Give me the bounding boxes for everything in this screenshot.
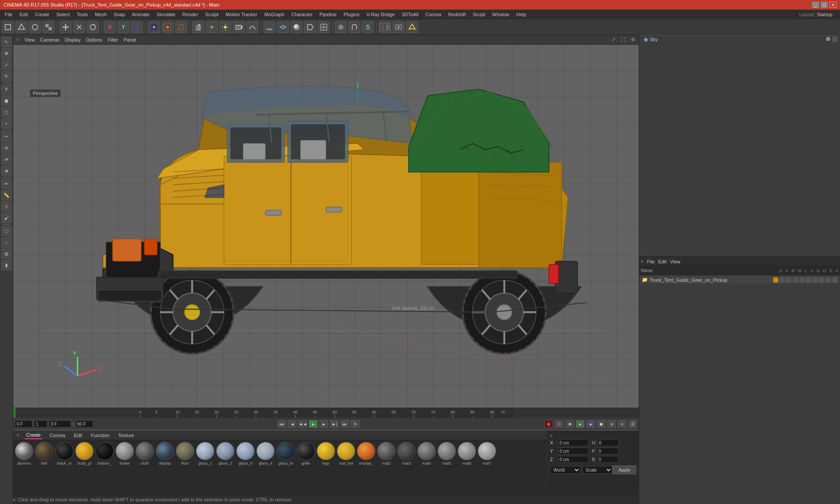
close-button[interactable]: ✕ <box>830 2 836 8</box>
sky-vis[interactable] <box>826 37 830 41</box>
spline-mode-button[interactable] <box>29 21 41 33</box>
left-mirror-btn[interactable]: ⇌ <box>1 154 12 164</box>
menu-motiontracker[interactable]: Motion Tracker <box>222 11 260 18</box>
viewport-expand-icon[interactable]: ⤢ <box>612 37 616 42</box>
viewport-fullscreen-icon[interactable]: ⛶ <box>621 37 626 42</box>
mat-ball-floor[interactable]: floor <box>176 442 194 493</box>
scene-button[interactable] <box>318 21 330 33</box>
apply-button[interactable]: Apply <box>612 466 636 474</box>
mat-ball-mat2[interactable]: mat2 <box>377 442 396 493</box>
left-poly-btn[interactable]: ◼ <box>1 95 12 106</box>
left-scale-btn[interactable]: ⤢ <box>1 60 12 70</box>
key-all-button[interactable]: ❖ <box>565 420 574 428</box>
mat-ball-black[interactable]: black_m <box>55 442 74 493</box>
x-coord-input[interactable]: 0 cm <box>558 439 588 446</box>
menu-simulate[interactable]: Simulate <box>154 11 178 18</box>
menu-select[interactable]: Select <box>53 11 73 18</box>
left-material-btn[interactable]: ○ <box>1 237 12 248</box>
object-mode-button[interactable] <box>42 21 55 33</box>
goto-start-button[interactable]: ⏮ <box>277 420 286 428</box>
b-coord-input[interactable] <box>597 456 619 463</box>
console-button[interactable] <box>392 21 405 33</box>
menu-sculpt[interactable]: Sculpt <box>202 11 222 18</box>
menu-redshift[interactable]: Redshift <box>445 11 469 18</box>
mat-ball-grille[interactable]: grille <box>297 442 315 493</box>
y-coord-input[interactable] <box>558 448 588 455</box>
viewport-menu-cameras[interactable]: Cameras <box>40 37 60 42</box>
left-point-btn[interactable]: • <box>1 118 12 129</box>
mat-ball-bottom[interactable]: bottom_ <box>95 442 114 493</box>
timeline-list-button[interactable]: ☰ <box>628 420 637 428</box>
left-paint-btn[interactable]: 🖌 <box>1 213 12 223</box>
scale-tool-button[interactable] <box>73 21 85 33</box>
mat-ball-glass2[interactable]: glass_2 <box>216 442 234 493</box>
timeline-ruler[interactable]: 0 5 10 15 20 25 30 35 40 45 50 <box>13 408 639 418</box>
mat-icon10[interactable] <box>832 277 837 283</box>
mat-lib-tab-texture[interactable]: Texture <box>116 432 136 439</box>
timeline-settings-button[interactable]: ≡ <box>618 420 626 428</box>
rotate-tool-button[interactable] <box>87 21 99 33</box>
left-texture-btn[interactable]: ⊞ <box>1 248 12 259</box>
spline-tool-button[interactable] <box>246 21 259 33</box>
add-object-button[interactable]: + <box>206 21 218 33</box>
mat-ball-body[interactable]: body_pi <box>75 442 94 493</box>
viewport-menu-view[interactable]: View <box>24 37 35 42</box>
mat-lib-tab-function[interactable]: Function <box>89 432 111 439</box>
world-dropdown[interactable]: World Object Local <box>550 466 581 474</box>
mat-icon4[interactable] <box>793 277 798 283</box>
tag-button[interactable] <box>304 21 316 33</box>
play-forward-button[interactable]: ► <box>319 420 328 428</box>
minimize-button[interactable]: _ <box>812 2 819 8</box>
move-tool-button[interactable] <box>60 21 72 33</box>
z-axis-button[interactable]: Z <box>131 21 143 33</box>
mat-lib-tab-corona[interactable]: Corona <box>48 432 67 439</box>
record-button[interactable]: ⚙ <box>555 420 564 428</box>
left-mesh-btn[interactable]: ⬡ <box>1 226 12 236</box>
menu-vray[interactable]: V-Ray Bridge <box>364 11 398 18</box>
obj-row-sky[interactable]: ◉ Sky <box>640 35 839 43</box>
attr-mgr-view[interactable]: View <box>670 259 681 264</box>
left-select-btn[interactable]: ↖ <box>1 37 12 47</box>
mat-ball-brake[interactable]: brake <box>116 442 134 493</box>
viewport[interactable]: Perspective <box>13 45 639 408</box>
start-frame-input[interactable] <box>15 420 32 427</box>
left-sculpt-btn[interactable]: ⧫ <box>1 260 12 270</box>
mat-icon1[interactable] <box>773 277 778 283</box>
record-stop-button[interactable]: ⏺ <box>544 420 553 428</box>
mat-ball-mat7[interactable]: mat7 <box>478 442 496 493</box>
mesh-mode-button[interactable] <box>15 21 28 33</box>
maximize-button[interactable]: □ <box>821 2 828 8</box>
menu-plugins[interactable]: Plugins <box>340 11 362 18</box>
scale-dropdown[interactable]: Scale <box>582 466 613 474</box>
viewport-shading-button[interactable] <box>379 21 391 33</box>
menu-mograph[interactable]: MoGraph <box>261 11 287 18</box>
left-rotate-btn[interactable]: ↻ <box>1 71 12 81</box>
deformer-button[interactable] <box>277 21 289 33</box>
mat-ball-logo[interactable]: logo <box>317 442 335 493</box>
material-button[interactable] <box>290 21 303 33</box>
attr-mgr-edit[interactable]: Edit <box>658 259 667 264</box>
magnet-button[interactable] <box>348 21 360 33</box>
menu-corona[interactable]: Corona <box>422 11 444 18</box>
mat-ball-glass1[interactable]: glass_1 <box>196 442 214 493</box>
mat-icon2[interactable] <box>780 277 785 283</box>
render-active-view-button[interactable] <box>148 21 160 33</box>
mat-lib-tab-create[interactable]: Create <box>24 431 42 439</box>
left-move-btn[interactable]: ✥ <box>1 48 12 59</box>
z-coord-input[interactable] <box>558 456 588 463</box>
mat-icon8[interactable] <box>819 277 824 283</box>
mat-icon9[interactable] <box>826 277 831 283</box>
mat-lib-tab-edit[interactable]: Edit <box>72 432 84 439</box>
spotlight-button[interactable] <box>406 21 418 33</box>
render-region-button[interactable] <box>175 21 187 33</box>
key-highlight-button[interactable]: ● <box>586 420 595 428</box>
floor-button[interactable] <box>263 21 276 33</box>
camera-button[interactable] <box>233 21 245 33</box>
left-knife-btn[interactable]: ✂ <box>1 131 12 142</box>
menu-tools[interactable]: Tools <box>74 11 91 18</box>
mat-ball-glass4[interactable]: glass_4 <box>256 442 275 493</box>
mat-ball-aluminu[interactable]: aluminu <box>15 442 33 493</box>
viewport-menu-panel[interactable]: Panel <box>124 37 136 42</box>
left-edge-btn[interactable]: ◻ <box>1 107 12 117</box>
step-input[interactable] <box>34 420 47 427</box>
